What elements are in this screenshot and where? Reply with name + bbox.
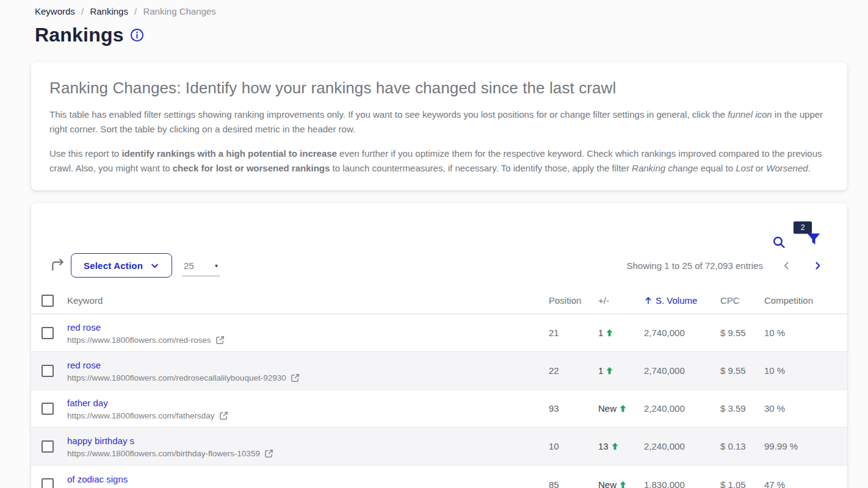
- column-header-keyword[interactable]: Keyword: [67, 295, 549, 306]
- position-value: 10: [549, 441, 598, 451]
- page-header: Keywords / Rankings / Ranking Changes Ra…: [0, 0, 868, 46]
- info-icon[interactable]: [130, 28, 144, 42]
- keyword-link[interactable]: father day: [67, 398, 108, 408]
- page-title: Rankings: [35, 24, 124, 46]
- table-row: happy birthday s https://www.1800flowers…: [31, 428, 847, 465]
- breadcrumb-separator: /: [81, 6, 84, 16]
- table-row: red rose https://www.1800flowers.com/red…: [31, 352, 847, 390]
- search-volume-value: 1,830,000: [644, 479, 720, 488]
- external-link-icon[interactable]: [291, 373, 300, 382]
- change-value: New: [598, 479, 644, 488]
- chevron-down-icon: [150, 261, 159, 270]
- cpc-value: $ 9.55: [720, 365, 764, 376]
- external-link-icon[interactable]: [264, 449, 273, 458]
- search-volume-value: 2,740,000: [644, 328, 720, 338]
- position-value: 85: [549, 479, 598, 488]
- cpc-value: $ 9.55: [720, 328, 764, 338]
- info-card: Ranking Changes: Identify how your ranki…: [31, 62, 847, 190]
- sort-ascending-icon: [644, 296, 653, 305]
- table-body: red rose https://www.1800flowers.com/red…: [31, 314, 847, 488]
- row-checkbox[interactable]: [42, 403, 54, 415]
- competition-value: 10 %: [764, 328, 847, 338]
- breadcrumb: Keywords / Rankings / Ranking Changes: [35, 6, 868, 16]
- position-value: 22: [549, 365, 598, 376]
- change-value: 1: [598, 328, 644, 338]
- cpc-value: $ 0.13: [720, 441, 764, 451]
- funnel-icon[interactable]: [806, 231, 822, 247]
- column-header-cpc[interactable]: CPC: [720, 295, 764, 306]
- column-header-volume[interactable]: S. Volume: [644, 295, 720, 306]
- filter-count-badge: 2: [794, 221, 812, 234]
- cpc-value: $ 1.05: [720, 479, 764, 488]
- row-checkbox[interactable]: [42, 440, 54, 453]
- row-checkbox[interactable]: [42, 478, 54, 488]
- table-row: red rose https://www.1800flowers.com/red…: [31, 314, 847, 352]
- select-all-checkbox[interactable]: [42, 295, 54, 307]
- search-volume-value: 2,240,000: [644, 441, 720, 451]
- info-card-paragraph-1: This table has enabled filter settings s…: [49, 107, 829, 137]
- table-row: of zodiac signs https://www.1800flowers.…: [31, 465, 847, 488]
- rankings-table-card: 2 Select Action 25 ▾ Showing 1 to 25 o: [31, 203, 847, 488]
- breadcrumb-keywords[interactable]: Keywords: [35, 6, 75, 16]
- keyword-link[interactable]: red rose: [67, 322, 101, 332]
- up-arrow-icon: [619, 404, 627, 412]
- keyword-url: https://www.1800flowers.com/birthday-flo…: [67, 449, 260, 458]
- keyword-url: https://www.1800flowers.com/red-roses: [67, 336, 211, 345]
- search-icon[interactable]: [772, 235, 786, 249]
- column-header-position[interactable]: Position: [549, 295, 598, 306]
- next-page-button[interactable]: [812, 260, 823, 271]
- previous-page-button[interactable]: [781, 260, 792, 271]
- info-card-heading: Ranking Changes: Identify how your ranki…: [49, 79, 829, 98]
- competition-value: 47 %: [764, 479, 847, 488]
- keyword-link[interactable]: happy birthday s: [67, 436, 134, 446]
- info-card-paragraph-2: Use this report to identify rankings wit…: [49, 146, 829, 176]
- caret-down-icon: ▾: [215, 262, 218, 269]
- column-header-competition[interactable]: Competition: [764, 295, 847, 306]
- up-arrow-icon: [611, 442, 619, 450]
- breadcrumb-rankings[interactable]: Rankings: [90, 6, 128, 16]
- competition-value: 10 %: [764, 365, 847, 376]
- up-arrow-icon: [606, 367, 613, 375]
- competition-value: 30 %: [764, 403, 847, 414]
- chevron-right-icon: [812, 260, 823, 271]
- table-toolbar: Select Action 25 ▾ Showing 1 to 25 of 72…: [31, 249, 847, 287]
- keyword-url: https://www.1800flowers.com/fathersday: [67, 411, 215, 420]
- change-value: 13: [598, 441, 644, 451]
- search-volume-value: 2,240,000: [644, 403, 720, 414]
- external-link-icon[interactable]: [215, 336, 225, 345]
- position-value: 21: [549, 328, 598, 338]
- breadcrumb-current: Ranking Changes: [143, 6, 215, 16]
- table-header-row: Keyword Position +/- S. Volume CPC Compe…: [31, 287, 847, 314]
- cpc-value: $ 3.59: [720, 403, 764, 414]
- change-value: New: [598, 403, 644, 414]
- keyword-url: https://www.1800flowers.com/redrosecalla…: [67, 373, 286, 382]
- breadcrumb-separator: /: [134, 6, 137, 16]
- up-arrow-icon: [619, 481, 627, 488]
- column-header-change[interactable]: +/-: [598, 295, 644, 306]
- row-checkbox[interactable]: [42, 327, 54, 339]
- competition-value: 99.99 %: [764, 441, 847, 451]
- export-arrow-icon[interactable]: [50, 257, 66, 273]
- page-size-select[interactable]: 25 ▾: [182, 260, 220, 276]
- position-value: 93: [549, 403, 598, 414]
- change-value: 1: [598, 365, 644, 376]
- keyword-link[interactable]: of zodiac signs: [67, 474, 128, 484]
- table-row: father day https://www.1800flowers.com/f…: [31, 390, 847, 428]
- select-action-dropdown[interactable]: Select Action: [71, 253, 172, 278]
- keyword-link[interactable]: red rose: [67, 360, 101, 370]
- external-link-icon[interactable]: [219, 411, 228, 420]
- row-checkbox[interactable]: [42, 365, 54, 377]
- up-arrow-icon: [606, 329, 613, 337]
- chevron-left-icon: [781, 260, 792, 271]
- search-volume-value: 2,740,000: [644, 365, 720, 376]
- showing-entries-text: Showing 1 to 25 of 72,093 entries: [627, 260, 764, 271]
